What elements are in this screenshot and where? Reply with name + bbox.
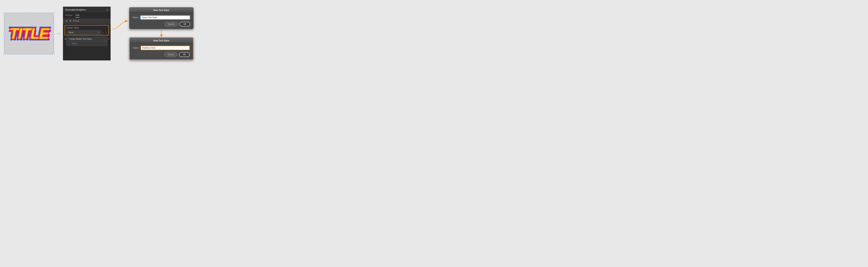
- master-styles-dropdown[interactable]: None ▾: [67, 30, 101, 35]
- master-styles-dropdown-row: None ▾ ↓ ↑: [65, 30, 108, 35]
- tab-browse[interactable]: Browse: [65, 14, 72, 18]
- tab-edit[interactable]: Edit: [75, 14, 79, 18]
- dialog-top-ok-button[interactable]: OK: [180, 22, 190, 27]
- handle-tc[interactable]: [28, 12, 30, 14]
- dialog-new-text-style-bottom: New Text Style Name: Cancel OK: [129, 37, 193, 60]
- eye-icon: 👁: [65, 20, 68, 23]
- move-up-icon[interactable]: ↑: [105, 30, 107, 34]
- dialog-top-cancel-button[interactable]: Cancel: [164, 22, 178, 27]
- arrow-between-dialogs: [129, 29, 193, 37]
- down-arrow-icon: [158, 29, 164, 37]
- font-chevron-icon: ▾: [108, 38, 109, 40]
- dialog-bottom-cancel-button[interactable]: Cancel: [164, 52, 178, 57]
- main-layout: TITLE → Essential Graphics ≡ Browse Edit…: [4, 7, 213, 61]
- dialog-bottom-buttons: Cancel OK: [133, 52, 190, 57]
- title-canvas: TITLE: [4, 13, 54, 54]
- dropdown-value: None: [68, 31, 73, 34]
- dialog-bottom-body: Name: Cancel OK: [130, 43, 193, 59]
- move-down-icon[interactable]: ↓: [102, 30, 104, 34]
- eg-header: Essential Graphics ≡: [63, 7, 111, 13]
- create-master-text-style-item[interactable]: Create Master Text Style...: [66, 37, 107, 41]
- chevron-down-icon: ▾: [98, 31, 99, 33]
- dialog-top-body: Name: Cancel OK: [129, 13, 193, 29]
- dialogs-with-arrow: New Text Style Name: Cancel OK: [129, 7, 193, 60]
- arrow-panel-to-dialog: [111, 17, 129, 42]
- panel-menu-icon[interactable]: ≡: [106, 8, 108, 11]
- dialog-top-buttons: Cancel OK: [132, 22, 190, 27]
- essential-graphics-panel: Essential Graphics ≡ Browse Edit 👁 T TIT…: [63, 7, 111, 61]
- dialog-top-title: New Text Style: [129, 7, 193, 13]
- eg-layer-row[interactable]: 👁 T TITLE: [63, 19, 111, 24]
- handle-ml[interactable]: [3, 33, 5, 34]
- dialog-bottom-name-label: Name:: [133, 47, 139, 49]
- arrow-container: [111, 13, 129, 54]
- dialog-top-name-row: Name:: [132, 15, 190, 20]
- eg-tabs: Browse Edit: [63, 13, 111, 18]
- dialog-top-name-label: Name:: [132, 16, 138, 19]
- arrow-canvas-to-panel: →: [56, 30, 61, 37]
- master-styles-section: Master Styles None ▾ ↓ ↑ Create Master T…: [65, 25, 109, 35]
- dialog-bottom-name-row: Name:: [133, 46, 190, 50]
- dialog-bottom-name-input[interactable]: [141, 46, 190, 50]
- dialog-bottom-ok-button[interactable]: OK: [179, 52, 190, 57]
- dialog-bottom-title: New Text Style: [130, 38, 193, 43]
- handle-tl[interactable]: [3, 12, 5, 14]
- title-text: TITLE: [9, 25, 49, 42]
- handle-mr[interactable]: [53, 33, 55, 34]
- dialog-new-text-style-top: New Text Style Name: Cancel OK: [129, 7, 193, 29]
- none-label: None: [72, 42, 77, 45]
- handle-bc[interactable]: [28, 53, 30, 55]
- title-text-inner: TITLE: [9, 25, 49, 42]
- handle-br[interactable]: [53, 53, 55, 55]
- dropdown-menu: Create Master Text Style... ✓ None: [66, 37, 107, 46]
- eg-panel-title: Essential Graphics: [65, 8, 86, 11]
- checkmark-icon: ✓: [69, 42, 71, 45]
- type-icon: T: [70, 20, 71, 23]
- none-dropdown-item[interactable]: ✓ None: [66, 41, 107, 46]
- layer-name: TITLE: [73, 20, 79, 22]
- handle-tr[interactable]: [53, 12, 55, 14]
- master-styles-label: Master Styles: [65, 26, 108, 30]
- dialog-top-name-input[interactable]: [140, 15, 190, 20]
- handle-bl[interactable]: [3, 53, 5, 55]
